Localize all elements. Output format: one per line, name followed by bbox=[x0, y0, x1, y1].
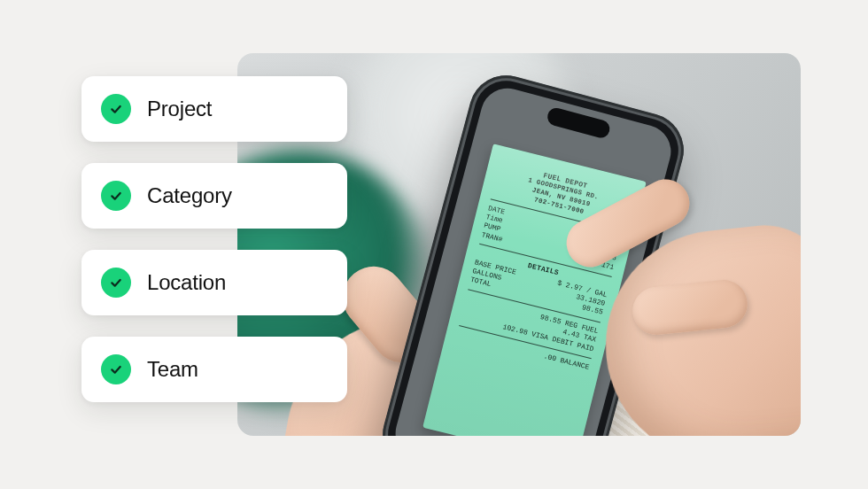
check-icon bbox=[101, 94, 131, 124]
phone-notch bbox=[546, 106, 612, 140]
tag-card-category[interactable]: Category bbox=[81, 163, 347, 229]
tag-card-location[interactable]: Location bbox=[81, 250, 347, 315]
tag-label: Team bbox=[147, 357, 198, 382]
tag-card-stack: Project Category Location Team bbox=[81, 76, 347, 402]
tag-label: Project bbox=[147, 97, 212, 121]
tag-card-project[interactable]: Project bbox=[81, 76, 347, 142]
check-icon bbox=[101, 268, 131, 298]
check-icon bbox=[101, 181, 131, 211]
tag-card-team[interactable]: Team bbox=[81, 337, 347, 402]
tag-label: Category bbox=[147, 183, 232, 208]
check-icon bbox=[101, 354, 131, 384]
tag-label: Location bbox=[147, 270, 226, 295]
scanned-receipt: FUEL DEPOT 1 GOODSPRINGS RD. JEAN, NV 89… bbox=[422, 144, 647, 436]
